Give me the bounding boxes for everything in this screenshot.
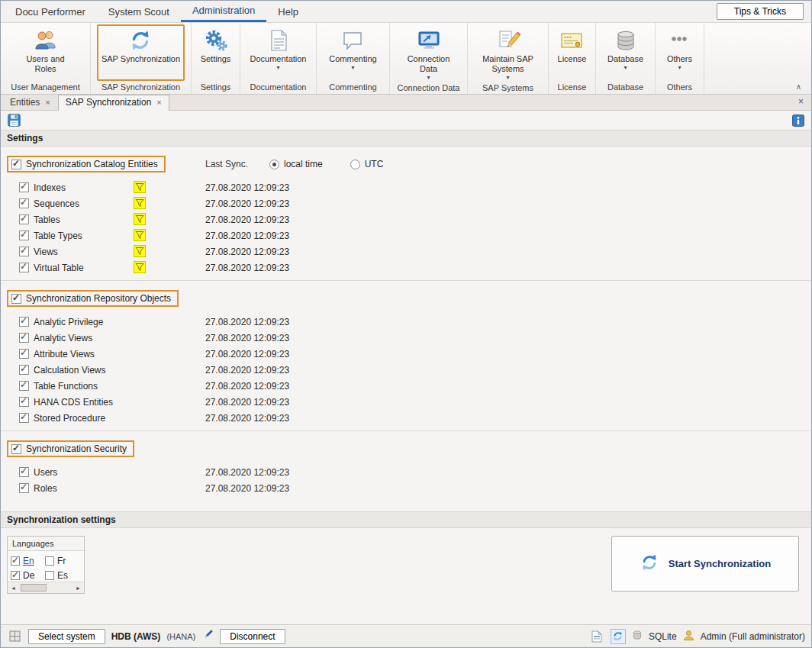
filter-icon[interactable] — [134, 197, 146, 209]
settings-button[interactable]: Settings — [196, 24, 236, 81]
item-label[interactable]: Analytic Views — [34, 333, 92, 343]
repository-objects-label[interactable]: Synchronization Repository Objects — [26, 293, 171, 304]
item-label[interactable]: Indexes — [34, 182, 66, 193]
roles-checkbox[interactable] — [19, 483, 29, 493]
info-button[interactable] — [791, 113, 805, 127]
views-checkbox[interactable] — [19, 247, 29, 256]
calculation-views-checkbox[interactable] — [19, 365, 29, 375]
lang-es-checkbox[interactable] — [45, 571, 54, 580]
license-button[interactable]: License — [553, 24, 591, 81]
item-label[interactable]: Table Functions — [34, 381, 98, 392]
documentation-button[interactable]: Documentation ▾ — [246, 24, 311, 81]
table-functions-checkbox[interactable] — [19, 381, 29, 391]
item-label[interactable]: Roles — [34, 483, 57, 494]
menu-help[interactable]: Help — [266, 1, 310, 22]
scrollbar-thumb[interactable] — [21, 584, 47, 592]
tips-tricks-button[interactable]: Tips & Tricks — [717, 3, 804, 20]
indexes-checkbox[interactable] — [19, 182, 29, 192]
ribbon-group-label: Database — [596, 81, 655, 94]
lang-label[interactable]: De — [23, 570, 34, 581]
lang-label[interactable]: Fr — [57, 556, 66, 566]
commenting-button[interactable]: Commenting ▾ — [324, 24, 381, 81]
sync-status-icon[interactable] — [611, 629, 626, 644]
lang-en-checkbox[interactable] — [11, 556, 20, 566]
item-label[interactable]: Sequences — [34, 198, 79, 209]
filter-icon[interactable] — [134, 261, 146, 273]
item-label[interactable]: Analytic Privilege — [34, 317, 103, 327]
users-and-roles-button[interactable]: Users and Roles — [16, 24, 76, 81]
analytic-privilege-checkbox[interactable] — [19, 317, 29, 327]
tab-entities[interactable]: Entities × — [2, 95, 58, 110]
filter-icon[interactable] — [134, 213, 146, 225]
tables-checkbox[interactable] — [19, 214, 29, 224]
radio-dot[interactable] — [350, 160, 360, 169]
item-label[interactable]: Views — [34, 247, 58, 257]
collapse-ribbon-icon[interactable]: ∧ — [792, 81, 805, 92]
application-window: Docu Performer System Scout Administrati… — [0, 0, 812, 648]
connection-pen-icon — [201, 629, 214, 643]
security-label[interactable]: Synchronization Security — [26, 443, 127, 454]
utc-radio[interactable]: UTC — [350, 159, 384, 169]
hana-cds-entities-checkbox[interactable] — [19, 397, 29, 407]
analytic-views-checkbox[interactable] — [19, 333, 29, 343]
maintain-sap-systems-button[interactable]: Maintain SAP Systems ▾ — [475, 24, 542, 82]
item-label[interactable]: Table Types — [34, 231, 82, 241]
disconnect-button[interactable]: Disconnect — [220, 629, 285, 644]
stored-procedure-checkbox[interactable] — [19, 413, 29, 423]
catalog-entities-checkbox[interactable] — [11, 160, 21, 169]
lang-label[interactable]: Es — [57, 570, 68, 581]
item-label[interactable]: Users — [34, 467, 57, 478]
close-document-icon[interactable]: × — [798, 96, 811, 110]
select-system-button[interactable]: Select system — [28, 629, 105, 644]
catalog-entities-label[interactable]: Synchronization Catalog Entities — [26, 159, 158, 169]
connection-data-button[interactable]: Connection Data ▾ — [399, 24, 459, 82]
sqlite-label: SQLite — [649, 631, 677, 642]
connection-screen-icon — [417, 28, 441, 53]
item-label[interactable]: Stored Procedure — [34, 413, 105, 424]
content-filler — [1, 501, 811, 511]
utc-label[interactable]: UTC — [365, 159, 384, 169]
others-button[interactable]: Others ▾ — [662, 24, 697, 81]
virtual-table-checkbox[interactable] — [19, 263, 29, 272]
radio-dot[interactable] — [269, 160, 279, 169]
repository-objects-checkbox[interactable] — [11, 294, 21, 304]
repository-item-row: Analytic Privilege 27.08.2020 12:09:23 — [1, 314, 811, 330]
close-tab-icon[interactable]: × — [45, 98, 50, 106]
attribute-views-checkbox[interactable] — [19, 349, 29, 359]
sap-synchronization-button[interactable]: SAP Synchronization — [97, 24, 185, 81]
close-tab-icon[interactable]: × — [156, 98, 161, 106]
lang-de-checkbox[interactable] — [11, 571, 20, 580]
start-synchronization-button[interactable]: Start Synchronization — [611, 536, 799, 592]
menu-system-scout[interactable]: System Scout — [97, 1, 181, 22]
item-label[interactable]: Virtual Table — [34, 263, 84, 273]
ribbon-button-label: Database — [607, 54, 643, 64]
save-button[interactable] — [7, 113, 21, 127]
item-label[interactable]: Attribute Views — [34, 349, 95, 359]
item-label[interactable]: HANA CDS Entities — [34, 397, 113, 408]
local-time-label[interactable]: local time — [284, 159, 323, 169]
scroll-right-icon[interactable]: ► — [72, 582, 84, 593]
scroll-left-icon[interactable]: ◄ — [8, 582, 19, 593]
item-timestamp: 27.08.2020 12:09:23 — [205, 330, 289, 346]
item-label[interactable]: Calculation Views — [34, 365, 106, 376]
lang-label[interactable]: En — [23, 556, 34, 566]
menu-docu-performer[interactable]: Docu Performer — [4, 1, 97, 22]
local-time-radio[interactable]: local time — [269, 159, 323, 169]
language-option: De — [11, 568, 45, 582]
table-types-checkbox[interactable] — [19, 231, 29, 240]
filter-icon[interactable] — [134, 245, 146, 257]
sequences-checkbox[interactable] — [19, 198, 29, 208]
lang-fr-checkbox[interactable] — [45, 556, 54, 566]
repository-item-row: HANA CDS Entities 27.08.2020 12:09:23 — [1, 394, 811, 410]
filter-icon[interactable] — [134, 229, 146, 241]
users-checkbox[interactable] — [19, 467, 29, 477]
database-button[interactable]: Database ▾ — [603, 24, 648, 81]
tab-sap-synchronization[interactable]: SAP Synchronization × — [58, 95, 169, 111]
item-label[interactable]: Tables — [34, 214, 60, 225]
menu-administration[interactable]: Administration — [181, 1, 266, 22]
report-page-icon[interactable] — [589, 629, 604, 644]
systems-grid-icon[interactable] — [7, 629, 22, 644]
scrollbar-track[interactable] — [19, 582, 72, 593]
security-checkbox[interactable] — [11, 444, 21, 454]
filter-icon[interactable] — [134, 181, 146, 193]
